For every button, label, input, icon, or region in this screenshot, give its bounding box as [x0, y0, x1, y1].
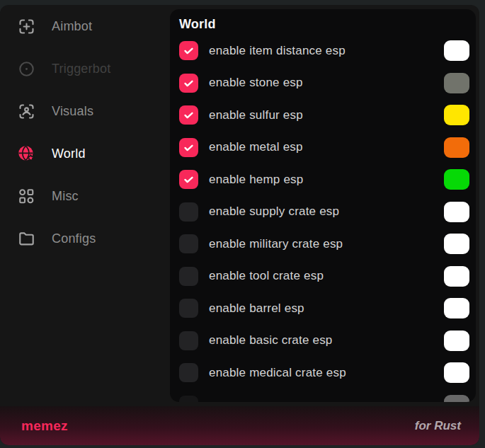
- esp-option-row: enable stone esp: [179, 67, 469, 100]
- crosshair-icon: [17, 17, 36, 36]
- checkbox-unchecked[interactable]: [179, 363, 198, 382]
- footer-bar: memez for Rust: [0, 406, 479, 445]
- esp-option-label: enable tool crate esp: [209, 269, 324, 283]
- sidebar-item-label: Visuals: [52, 104, 93, 119]
- color-swatch[interactable]: [444, 266, 469, 287]
- esp-option-label: enable sulfur esp: [209, 108, 303, 122]
- sidebar-item-world[interactable]: World: [0, 132, 170, 175]
- esp-option-label: enable military crate esp: [209, 237, 343, 251]
- checkbox-unchecked[interactable]: [179, 234, 198, 253]
- checkbox-unchecked[interactable]: [179, 267, 198, 286]
- checkbox-checked[interactable]: [179, 41, 198, 60]
- checkbox-unchecked[interactable]: [179, 299, 198, 318]
- folder-icon: [17, 229, 36, 248]
- scan-person-icon: [17, 102, 36, 121]
- sidebar-item-label: Triggerbot: [52, 62, 110, 76]
- sidebar-item-aimbot[interactable]: Aimbot: [0, 5, 170, 47]
- panel-title: World: [179, 15, 469, 33]
- globe-star-icon: [17, 144, 36, 163]
- checkbox-checked[interactable]: [179, 170, 198, 189]
- esp-option-label: enable metal esp: [209, 140, 303, 154]
- checkbox-unchecked[interactable]: [179, 396, 198, 402]
- checkbox-unchecked[interactable]: [179, 331, 198, 350]
- esp-option-label: enable hemp esp: [209, 173, 303, 187]
- grid-shapes-icon: [17, 187, 36, 206]
- esp-option-row: enable basic crate esp: [179, 325, 469, 357]
- color-swatch[interactable]: [444, 73, 469, 93]
- esp-option-row: enable sulfur esp: [179, 99, 469, 132]
- color-swatch[interactable]: [444, 362, 469, 383]
- sidebar-item-visuals[interactable]: Visuals: [0, 90, 170, 132]
- cheat-window: Aimbot Triggerbot Visuals World Misc Con…: [0, 5, 479, 445]
- sidebar-item-label: Misc: [52, 189, 79, 204]
- sidebar-item-triggerbot[interactable]: Triggerbot: [0, 47, 170, 90]
- esp-option-label: enable barrel esp: [209, 301, 304, 316]
- esp-option-label: enable supply crate esp: [209, 205, 339, 219]
- sidebar-item-misc[interactable]: Misc: [0, 175, 170, 217]
- brand-name: memez: [21, 418, 68, 434]
- esp-option-row: enable supply crate esp: [179, 196, 469, 229]
- color-swatch[interactable]: [444, 169, 469, 190]
- checkbox-unchecked[interactable]: [179, 202, 198, 222]
- checkbox-checked[interactable]: [179, 138, 198, 157]
- color-swatch[interactable]: [444, 395, 469, 402]
- sidebar-item-label: World: [52, 147, 86, 161]
- color-swatch[interactable]: [444, 105, 469, 125]
- footer-tagline: for Rust: [415, 419, 461, 433]
- esp-option-row: enable medical crate esp: [179, 357, 469, 389]
- esp-option-label: enable stone esp: [209, 76, 303, 90]
- esp-option-row: enable tool crate esp: [179, 260, 469, 293]
- esp-option-row: [179, 389, 469, 403]
- esp-option-label: enable basic crate esp: [209, 333, 333, 348]
- world-settings-panel: World enable item distance espenable sto…: [170, 9, 476, 402]
- esp-option-row: enable hemp esp: [179, 163, 469, 196]
- checkbox-checked[interactable]: [179, 74, 198, 93]
- esp-options-list: enable item distance espenable stone esp…: [179, 35, 469, 402]
- color-swatch[interactable]: [444, 40, 469, 61]
- checkbox-checked[interactable]: [179, 105, 198, 125]
- esp-option-row: enable metal esp: [179, 132, 469, 164]
- esp-option-label: enable medical crate esp: [209, 366, 346, 380]
- esp-option-row: enable military crate esp: [179, 228, 469, 260]
- color-swatch[interactable]: [444, 202, 469, 222]
- color-swatch[interactable]: [444, 331, 469, 351]
- color-swatch[interactable]: [444, 298, 469, 318]
- circle-dot-icon: [17, 59, 36, 79]
- color-swatch[interactable]: [444, 137, 469, 158]
- color-swatch[interactable]: [444, 234, 469, 254]
- esp-option-row: enable item distance esp: [179, 35, 469, 67]
- sidebar-item-label: Aimbot: [52, 19, 92, 34]
- sidebar: Aimbot Triggerbot Visuals World Misc Con…: [0, 5, 170, 260]
- sidebar-item-configs[interactable]: Configs: [0, 217, 170, 260]
- esp-option-label: enable item distance esp: [209, 44, 346, 58]
- esp-option-row: enable barrel esp: [179, 292, 469, 325]
- sidebar-item-label: Configs: [52, 231, 96, 246]
